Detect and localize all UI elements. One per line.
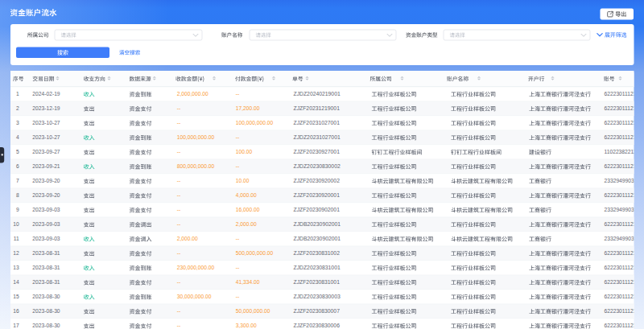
svg-text:100,000,000.00: 100,000,000.00 xyxy=(177,134,215,140)
svg-text:ZJDZ20231027001: ZJDZ20231027001 xyxy=(294,134,341,140)
svg-text:17: 17 xyxy=(13,323,19,328)
svg-text:2,000.00: 2,000.00 xyxy=(236,221,257,227)
svg-text:6: 6 xyxy=(16,163,19,169)
svg-text:ZJZF20230830006: ZJZF20230830006 xyxy=(294,323,341,328)
svg-text:2023-09-27: 2023-09-27 xyxy=(32,149,60,154)
svg-text:ZJZF20230831001: ZJZF20230831001 xyxy=(294,279,341,285)
svg-text:2023-09-21: 2023-09-21 xyxy=(32,163,60,169)
svg-text:ZJDB20230902001: ZJDB20230902001 xyxy=(294,236,341,241)
svg-text:50,000,000.00: 50,000,000.00 xyxy=(236,308,270,314)
svg-text:--: -- xyxy=(177,192,180,198)
svg-text:2023-10-27: 2023-10-27 xyxy=(32,134,60,140)
svg-text:100,000,000.00: 100,000,000.00 xyxy=(236,120,274,125)
svg-text:--: -- xyxy=(236,236,239,241)
svg-text:ZJDB20230902001: ZJDB20230902001 xyxy=(294,221,341,227)
svg-text:2023-09-03: 2023-09-03 xyxy=(32,236,60,241)
svg-text:10: 10 xyxy=(13,221,19,227)
svg-text:2023-09-20: 2023-09-20 xyxy=(32,178,60,183)
svg-text:--: -- xyxy=(177,308,180,314)
svg-text:16: 16 xyxy=(13,308,19,314)
svg-text:2023-08-31: 2023-08-31 xyxy=(32,250,60,256)
svg-text:2023-08-30: 2023-08-30 xyxy=(32,294,60,299)
svg-text:ZJZF20230920001: ZJZF20230920001 xyxy=(294,192,341,198)
svg-text:230,000,000.00: 230,000,000.00 xyxy=(177,265,215,270)
svg-text:--: -- xyxy=(177,221,180,227)
svg-text:ZJZF20230830007: ZJZF20230830007 xyxy=(294,308,341,314)
svg-text:500,000,000.00: 500,000,000.00 xyxy=(236,250,274,256)
svg-text:1: 1 xyxy=(16,91,19,97)
svg-text:2023-09-03: 2023-09-03 xyxy=(32,221,60,227)
svg-text:41,334.00: 41,334.00 xyxy=(236,279,260,285)
svg-text:15: 15 xyxy=(13,294,19,299)
svg-text:3: 3 xyxy=(16,120,19,125)
svg-text:13: 13 xyxy=(13,265,19,270)
svg-text:7: 7 xyxy=(16,178,19,183)
svg-text:--: -- xyxy=(236,294,239,299)
svg-text:--: -- xyxy=(177,178,180,183)
svg-text:2023-08-31: 2023-08-31 xyxy=(32,265,60,270)
svg-text:2,000,000.00: 2,000,000.00 xyxy=(177,91,208,97)
svg-text:--: -- xyxy=(177,323,180,328)
svg-text:2023-09-03: 2023-09-03 xyxy=(32,207,60,212)
svg-text:4: 4 xyxy=(16,134,19,140)
svg-text:ZJZF20230927001: ZJZF20230927001 xyxy=(294,149,341,154)
svg-text:--: -- xyxy=(236,91,239,97)
svg-text:2023-08-30: 2023-08-30 xyxy=(32,323,60,328)
svg-text:8: 8 xyxy=(16,192,19,198)
svg-text:--: -- xyxy=(177,207,180,212)
svg-text:12: 12 xyxy=(13,250,19,256)
svg-text:--: -- xyxy=(177,120,180,125)
svg-text:ZJZF20230902001: ZJZF20230902001 xyxy=(294,207,341,212)
svg-text:30,000,000.00: 30,000,000.00 xyxy=(177,294,212,299)
svg-text:ZJDZ20230831001: ZJDZ20230831001 xyxy=(294,265,341,270)
svg-text:3,300.00: 3,300.00 xyxy=(236,323,257,328)
svg-text:16,000.00: 16,000.00 xyxy=(236,207,260,212)
svg-text:--: -- xyxy=(177,105,180,111)
svg-text:ZJZF20231219001: ZJZF20231219001 xyxy=(294,105,341,111)
svg-text:ZJZF20230920002: ZJZF20230920002 xyxy=(294,178,341,183)
svg-text:ZJZF20230831002: ZJZF20230831002 xyxy=(294,250,341,256)
svg-text:ZJDZ20230830003: ZJDZ20230830003 xyxy=(294,294,341,299)
svg-text:--: -- xyxy=(236,265,239,270)
svg-text:2: 2 xyxy=(16,105,19,111)
svg-text:17,200.00: 17,200.00 xyxy=(236,105,260,111)
svg-text:5: 5 xyxy=(16,149,19,154)
svg-text:9: 9 xyxy=(16,207,19,212)
svg-text:2023-10-27: 2023-10-27 xyxy=(32,120,60,125)
svg-text:--: -- xyxy=(177,149,180,154)
svg-text:--: -- xyxy=(236,134,239,140)
svg-text:4,000.00: 4,000.00 xyxy=(236,192,257,198)
svg-text:ZJZF20231027001: ZJZF20231027001 xyxy=(294,120,341,125)
svg-text:--: -- xyxy=(177,279,180,285)
svg-text:2023-08-30: 2023-08-30 xyxy=(32,308,60,314)
svg-text:2023-09-20: 2023-09-20 xyxy=(32,192,60,198)
svg-text:--: -- xyxy=(236,163,239,169)
svg-text:2,000.00: 2,000.00 xyxy=(177,236,198,241)
svg-text:10.00: 10.00 xyxy=(236,178,250,183)
svg-text:14: 14 xyxy=(13,279,19,285)
svg-text:ZJDZ20230830002: ZJDZ20230830002 xyxy=(294,163,341,169)
svg-text:2023-08-31: 2023-08-31 xyxy=(32,279,60,285)
svg-text:2023-12-19: 2023-12-19 xyxy=(32,105,60,111)
svg-text:ZJDZ20240219001: ZJDZ20240219001 xyxy=(294,91,341,97)
svg-text:--: -- xyxy=(177,250,180,256)
svg-text:100.00: 100.00 xyxy=(236,149,253,154)
svg-text:2024-02-19: 2024-02-19 xyxy=(32,91,60,97)
svg-text:11: 11 xyxy=(14,236,19,241)
svg-text:800,000,000.00: 800,000,000.00 xyxy=(177,163,215,169)
